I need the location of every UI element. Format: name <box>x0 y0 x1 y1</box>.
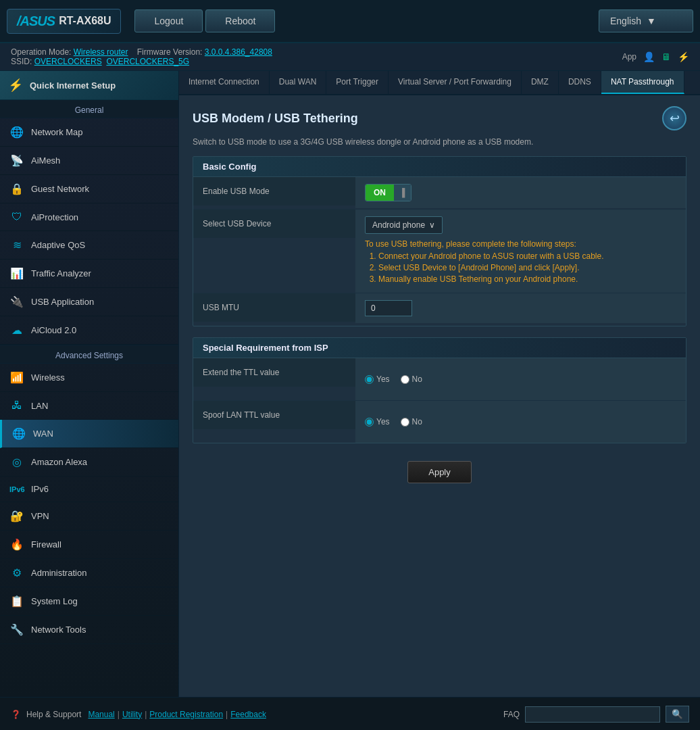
tab-dual-wan[interactable]: Dual WAN <box>270 71 327 94</box>
ipv6-icon: IPv6 <box>9 485 24 493</box>
sidebar-item-aicloud[interactable]: ☁ AiCloud 2.0 <box>0 316 178 345</box>
operation-mode-value[interactable]: Wireless router <box>74 47 128 57</box>
info-bar: Operation Mode: Wireless router Firmware… <box>0 43 700 71</box>
extend-ttl-yes-radio[interactable] <box>365 375 374 384</box>
spoof-ttl-yes-label[interactable]: Yes <box>365 417 390 427</box>
sidebar-item-firewall[interactable]: 🔥 Firewall <box>0 531 178 559</box>
ssid-value1[interactable]: OVERCLOCKERS <box>34 57 102 66</box>
usb-mtu-label: USB MTU <box>193 293 355 322</box>
sidebar: ⚡ Quick Internet Setup General 🌐 Network… <box>0 71 179 697</box>
sidebar-item-adaptive-qos[interactable]: ≋ Adaptive QoS <box>0 231 178 260</box>
sidebar-item-wireless[interactable]: 📶 Wireless <box>0 364 178 392</box>
sidebar-item-system-log[interactable]: 📋 System Log <box>0 587 178 616</box>
sidebar-item-lan[interactable]: 🖧 LAN <box>0 392 178 420</box>
tab-ddns[interactable]: DDNS <box>559 71 601 94</box>
tab-port-trigger[interactable]: Port Trigger <box>326 71 389 94</box>
toggle-off-indicator: ▐ <box>394 185 411 201</box>
firmware-value[interactable]: 3.0.0.4.386_42808 <box>205 47 272 57</box>
firewall-icon: 🔥 <box>9 538 24 551</box>
sidebar-label-guest-network: Guest Network <box>31 184 89 194</box>
model-name: RT-AX68U <box>59 15 111 27</box>
sidebar-advanced-section: Advanced Settings <box>0 345 178 364</box>
apply-button[interactable]: Apply <box>407 461 472 483</box>
spoof-lan-ttl-value: Yes No <box>355 401 686 443</box>
quick-setup-icon: ⚡ <box>8 78 23 93</box>
usb-mtu-row: USB MTU <box>193 293 686 326</box>
extend-ttl-no-label[interactable]: No <box>401 374 422 384</box>
sidebar-label-wireless: Wireless <box>31 372 65 383</box>
spoof-ttl-no-radio[interactable] <box>401 418 409 427</box>
tab-nat-passthrough[interactable]: NAT Passthrough <box>601 71 684 94</box>
spoof-lan-ttl-label: Spoof LAN TTL value <box>193 401 355 429</box>
content-area: Internet Connection Dual WAN Port Trigge… <box>179 71 700 697</box>
faq-label: FAQ <box>503 710 520 719</box>
back-button[interactable]: ↩ <box>662 106 686 130</box>
select-usb-device-row: Select USB Device Android phone ∨ To use… <box>193 210 686 293</box>
top-buttons: Logout Reboot <box>134 9 599 32</box>
aicloud-icon: ☁ <box>9 324 24 337</box>
instructions-list: Connect your Android phone to ASUS route… <box>378 251 676 284</box>
enable-usb-toggle[interactable]: ON ▐ <box>365 184 411 201</box>
spoof-ttl-no-label[interactable]: No <box>401 417 422 427</box>
usb-instructions: To use USB tethering, please complete th… <box>365 239 676 284</box>
sidebar-item-vpn[interactable]: 🔐 VPN <box>0 502 178 531</box>
sidebar-label-ipv6: IPv6 <box>31 484 49 494</box>
tab-dmz[interactable]: DMZ <box>522 71 559 94</box>
usb-icon-button[interactable]: ⚡ <box>678 51 689 62</box>
sidebar-item-amazon-alexa[interactable]: ◎ Amazon Alexa <box>0 448 178 477</box>
usb-application-icon: 🔌 <box>9 295 24 308</box>
wan-icon: 🌐 <box>11 427 26 440</box>
sidebar-item-administration[interactable]: ⚙ Administration <box>0 559 178 587</box>
manual-link[interactable]: Manual <box>88 710 114 719</box>
extend-ttl-value: Yes No <box>355 358 686 400</box>
special-req-section: Special Requirement from ISP Extend the … <box>193 337 686 443</box>
faq-search-button[interactable]: 🔍 <box>666 706 689 723</box>
sidebar-item-aiprotection[interactable]: 🛡 AiProtection <box>0 203 178 231</box>
language-button[interactable]: English ▼ <box>599 9 693 32</box>
sidebar-label-wan: WAN <box>33 429 53 439</box>
instructions-title: To use USB tethering, please complete th… <box>365 239 576 249</box>
faq-search-input[interactable] <box>525 706 660 723</box>
sidebar-item-guest-network[interactable]: 🔒 Guest Network <box>0 175 178 203</box>
monitor-icon-button[interactable]: 🖥 <box>661 51 671 62</box>
asus-logo: /ASUS <box>17 14 55 29</box>
extend-ttl-yes-label[interactable]: Yes <box>365 374 390 384</box>
sidebar-label-aiprotection: AiProtection <box>31 212 78 222</box>
sidebar-item-usb-application[interactable]: 🔌 USB Application <box>0 288 178 316</box>
quick-setup-label: Quick Internet Setup <box>30 80 116 91</box>
sidebar-item-network-map[interactable]: 🌐 Network Map <box>0 118 178 147</box>
tab-internet-connection[interactable]: Internet Connection <box>179 71 270 94</box>
adaptive-qos-icon: ≋ <box>9 239 24 251</box>
usb-device-dropdown[interactable]: Android phone ∨ <box>365 216 443 234</box>
basic-config-section: Basic Config Enable USB Mode ON ▐ Select… <box>193 156 686 326</box>
sidebar-item-network-tools[interactable]: 🔧 Network Tools <box>0 616 178 644</box>
enable-usb-mode-label: Enable USB Mode <box>193 177 355 205</box>
sidebar-label-aicloud: AiCloud 2.0 <box>31 325 76 335</box>
instruction-1: Connect your Android phone to ASUS route… <box>378 251 676 261</box>
person-icon-button[interactable]: 👤 <box>643 51 655 62</box>
lan-icon: 🖧 <box>9 399 24 412</box>
spoof-ttl-yes-radio[interactable] <box>365 418 374 427</box>
vpn-icon: 🔐 <box>9 510 24 522</box>
sidebar-item-ipv6[interactable]: IPv6 IPv6 <box>0 477 178 502</box>
sidebar-item-wan[interactable]: 🌐 WAN <box>0 420 178 448</box>
ssid-value2[interactable]: OVERCLOCKERS_5G <box>106 57 189 66</box>
logout-button[interactable]: Logout <box>134 9 203 32</box>
spoof-lan-ttl-radio-group: Yes No <box>365 408 676 436</box>
extend-ttl-no-radio[interactable] <box>401 375 409 384</box>
guest-network-icon: 🔒 <box>9 182 24 195</box>
tab-virtual-server[interactable]: Virtual Server / Port Forwarding <box>389 71 522 94</box>
sidebar-item-traffic-analyzer[interactable]: 📊 Traffic Analyzer <box>0 260 178 288</box>
dropdown-caret-icon: ∨ <box>429 220 435 230</box>
utility-link[interactable]: Utility <box>122 710 142 719</box>
product-registration-link[interactable]: Product Registration <box>149 710 223 719</box>
select-usb-device-value: Android phone ∨ To use USB tethering, pl… <box>355 210 686 293</box>
page-content: USB Modem / USB Tethering ↩ Switch to US… <box>179 95 700 494</box>
sidebar-label-adaptive-qos: Adaptive QoS <box>31 240 85 250</box>
feedback-link[interactable]: Feedback <box>230 710 266 719</box>
sidebar-item-aimesh[interactable]: 📡 AiMesh <box>0 147 178 175</box>
instruction-2: Select USB Device to [Android Phone] and… <box>378 263 676 272</box>
usb-mtu-input[interactable] <box>365 300 412 316</box>
reboot-button[interactable]: Reboot <box>205 9 275 32</box>
sidebar-item-quick-setup[interactable]: ⚡ Quick Internet Setup <box>0 71 178 100</box>
